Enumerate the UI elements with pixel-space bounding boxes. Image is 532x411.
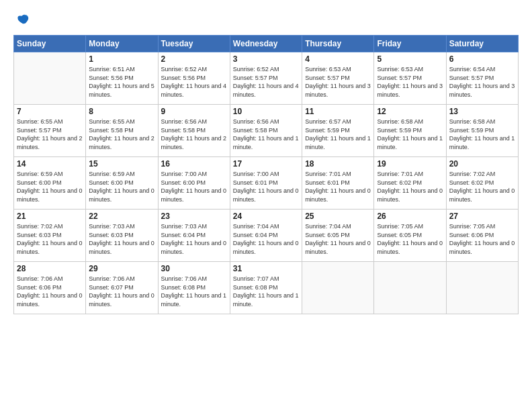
calendar-cell: 9Sunrise: 6:56 AM Sunset: 5:58 PM Daylig…: [158, 105, 230, 157]
calendar-cell: 29Sunrise: 7:06 AM Sunset: 6:07 PM Dayli…: [86, 262, 158, 314]
day-number: 10: [233, 107, 299, 116]
page: SundayMondayTuesdayWednesdayThursdayFrid…: [0, 0, 532, 411]
calendar-day-header: Thursday: [302, 36, 374, 52]
day-info: Sunrise: 7:03 AM Sunset: 6:03 PM Dayligh…: [89, 222, 154, 256]
day-number: 26: [377, 212, 443, 221]
calendar-cell: 17Sunrise: 7:00 AM Sunset: 6:01 PM Dayli…: [230, 157, 302, 210]
day-number: 21: [17, 212, 83, 221]
calendar-cell: 23Sunrise: 7:03 AM Sunset: 6:04 PM Dayli…: [158, 210, 230, 262]
calendar-table: SundayMondayTuesdayWednesdayThursdayFrid…: [13, 35, 519, 314]
calendar-day-header: Wednesday: [230, 36, 302, 52]
day-info: Sunrise: 7:02 AM Sunset: 6:03 PM Dayligh…: [17, 222, 83, 256]
day-info: Sunrise: 7:04 AM Sunset: 6:04 PM Dayligh…: [233, 222, 299, 256]
day-number: 18: [305, 159, 371, 169]
day-info: Sunrise: 6:58 AM Sunset: 5:59 PM Dayligh…: [449, 118, 515, 151]
calendar-week-row: 7Sunrise: 6:55 AM Sunset: 5:57 PM Daylig…: [14, 105, 519, 157]
day-info: Sunrise: 6:59 AM Sunset: 6:00 PM Dayligh…: [17, 170, 83, 203]
day-number: 7: [17, 107, 83, 116]
calendar-cell: 11Sunrise: 6:57 AM Sunset: 5:59 PM Dayli…: [302, 105, 374, 157]
day-info: Sunrise: 7:03 AM Sunset: 6:04 PM Dayligh…: [161, 222, 227, 256]
calendar-cell: 4Sunrise: 6:53 AM Sunset: 5:57 PM Daylig…: [302, 52, 374, 105]
day-info: Sunrise: 6:53 AM Sunset: 5:57 PM Dayligh…: [305, 65, 371, 99]
day-number: 29: [89, 264, 154, 273]
day-number: 4: [305, 54, 371, 64]
day-info: Sunrise: 6:52 AM Sunset: 5:56 PM Dayligh…: [161, 65, 227, 99]
day-info: Sunrise: 7:05 AM Sunset: 6:05 PM Dayligh…: [377, 222, 443, 256]
day-info: Sunrise: 7:00 AM Sunset: 6:01 PM Dayligh…: [233, 170, 299, 203]
day-info: Sunrise: 7:01 AM Sunset: 6:02 PM Dayligh…: [377, 170, 443, 203]
calendar-cell: [374, 262, 446, 314]
day-info: Sunrise: 7:05 AM Sunset: 6:06 PM Dayligh…: [449, 222, 515, 256]
calendar-day-header: Friday: [374, 36, 446, 52]
calendar-cell: 22Sunrise: 7:03 AM Sunset: 6:03 PM Dayli…: [86, 210, 158, 262]
day-number: 6: [449, 54, 515, 64]
day-info: Sunrise: 6:54 AM Sunset: 5:57 PM Dayligh…: [449, 65, 515, 99]
day-info: Sunrise: 6:51 AM Sunset: 5:56 PM Dayligh…: [89, 65, 154, 99]
day-info: Sunrise: 7:01 AM Sunset: 6:01 PM Dayligh…: [305, 170, 371, 203]
header: [13, 12, 519, 30]
calendar-week-row: 1Sunrise: 6:51 AM Sunset: 5:56 PM Daylig…: [14, 52, 519, 105]
day-number: 17: [233, 159, 299, 169]
day-number: 5: [377, 54, 443, 64]
calendar-cell: 10Sunrise: 6:56 AM Sunset: 5:58 PM Dayli…: [230, 105, 302, 157]
calendar-day-header: Tuesday: [158, 36, 230, 52]
calendar-cell: 24Sunrise: 7:04 AM Sunset: 6:04 PM Dayli…: [230, 210, 302, 262]
calendar-cell: 8Sunrise: 6:55 AM Sunset: 5:58 PM Daylig…: [86, 105, 158, 157]
day-number: 27: [449, 212, 515, 221]
calendar-day-header: Sunday: [14, 36, 86, 52]
day-number: 8: [89, 107, 154, 116]
day-number: 30: [161, 264, 227, 273]
day-number: 20: [449, 159, 515, 169]
day-info: Sunrise: 7:06 AM Sunset: 6:07 PM Dayligh…: [89, 275, 154, 308]
day-info: Sunrise: 7:04 AM Sunset: 6:05 PM Dayligh…: [305, 222, 371, 256]
calendar-cell: 16Sunrise: 7:00 AM Sunset: 6:00 PM Dayli…: [158, 157, 230, 210]
day-number: 3: [233, 54, 299, 64]
day-info: Sunrise: 6:55 AM Sunset: 5:58 PM Dayligh…: [89, 118, 154, 151]
day-info: Sunrise: 6:59 AM Sunset: 6:00 PM Dayligh…: [89, 170, 154, 203]
calendar-week-row: 28Sunrise: 7:06 AM Sunset: 6:06 PM Dayli…: [14, 262, 519, 314]
day-number: 15: [89, 159, 154, 169]
calendar-cell: [446, 262, 518, 314]
day-info: Sunrise: 6:56 AM Sunset: 5:58 PM Dayligh…: [161, 118, 227, 151]
calendar-cell: 21Sunrise: 7:02 AM Sunset: 6:03 PM Dayli…: [14, 210, 86, 262]
calendar-header-row: SundayMondayTuesdayWednesdayThursdayFrid…: [14, 36, 519, 52]
day-number: 23: [161, 212, 227, 221]
calendar-cell: 2Sunrise: 6:52 AM Sunset: 5:56 PM Daylig…: [158, 52, 230, 105]
calendar-cell: 18Sunrise: 7:01 AM Sunset: 6:01 PM Dayli…: [302, 157, 374, 210]
calendar-cell: 14Sunrise: 6:59 AM Sunset: 6:00 PM Dayli…: [14, 157, 86, 210]
day-number: 11: [305, 107, 371, 116]
calendar-cell: 25Sunrise: 7:04 AM Sunset: 6:05 PM Dayli…: [302, 210, 374, 262]
calendar-cell: 13Sunrise: 6:58 AM Sunset: 5:59 PM Dayli…: [446, 105, 518, 157]
day-number: 24: [233, 212, 299, 221]
calendar-cell: 1Sunrise: 6:51 AM Sunset: 5:56 PM Daylig…: [86, 52, 158, 105]
day-number: 2: [161, 54, 227, 64]
day-number: 19: [377, 159, 443, 169]
day-number: 16: [161, 159, 227, 169]
calendar-cell: 30Sunrise: 7:06 AM Sunset: 6:08 PM Dayli…: [158, 262, 230, 314]
day-info: Sunrise: 6:58 AM Sunset: 5:59 PM Dayligh…: [377, 118, 443, 151]
day-number: 28: [17, 264, 83, 273]
day-number: 31: [233, 264, 299, 273]
day-number: 14: [17, 159, 83, 169]
calendar-cell: 3Sunrise: 6:52 AM Sunset: 5:57 PM Daylig…: [230, 52, 302, 105]
calendar-day-header: Monday: [86, 36, 158, 52]
day-number: 22: [89, 212, 154, 221]
calendar-cell: 5Sunrise: 6:53 AM Sunset: 5:57 PM Daylig…: [374, 52, 446, 105]
calendar-day-header: Saturday: [446, 36, 518, 52]
calendar-cell: 6Sunrise: 6:54 AM Sunset: 5:57 PM Daylig…: [446, 52, 518, 105]
calendar-cell: 15Sunrise: 6:59 AM Sunset: 6:00 PM Dayli…: [86, 157, 158, 210]
calendar-cell: 20Sunrise: 7:02 AM Sunset: 6:02 PM Dayli…: [446, 157, 518, 210]
day-info: Sunrise: 7:06 AM Sunset: 6:06 PM Dayligh…: [17, 275, 83, 308]
logo-icon: [15, 12, 30, 27]
calendar-cell: 28Sunrise: 7:06 AM Sunset: 6:06 PM Dayli…: [14, 262, 86, 314]
calendar-cell: 26Sunrise: 7:05 AM Sunset: 6:05 PM Dayli…: [374, 210, 446, 262]
calendar-week-row: 14Sunrise: 6:59 AM Sunset: 6:00 PM Dayli…: [14, 157, 519, 210]
calendar-week-row: 21Sunrise: 7:02 AM Sunset: 6:03 PM Dayli…: [14, 210, 519, 262]
logo: [13, 12, 32, 30]
day-number: 12: [377, 107, 443, 116]
day-info: Sunrise: 7:06 AM Sunset: 6:08 PM Dayligh…: [161, 275, 227, 308]
calendar-cell: 27Sunrise: 7:05 AM Sunset: 6:06 PM Dayli…: [446, 210, 518, 262]
day-info: Sunrise: 7:02 AM Sunset: 6:02 PM Dayligh…: [449, 170, 515, 203]
calendar-cell: 12Sunrise: 6:58 AM Sunset: 5:59 PM Dayli…: [374, 105, 446, 157]
calendar-cell: [14, 52, 86, 105]
